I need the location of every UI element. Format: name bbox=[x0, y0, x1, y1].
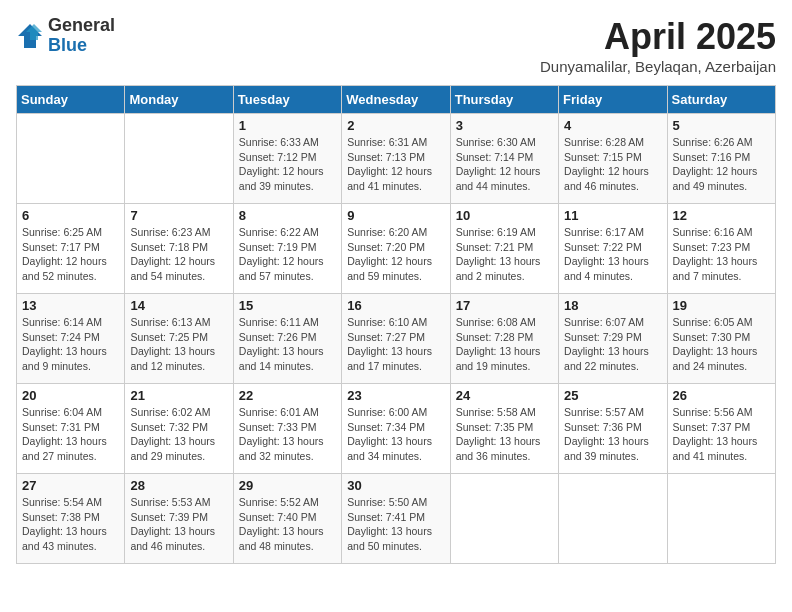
day-info: Sunrise: 6:07 AM Sunset: 7:29 PM Dayligh… bbox=[564, 315, 661, 374]
calendar-cell: 25Sunrise: 5:57 AM Sunset: 7:36 PM Dayli… bbox=[559, 384, 667, 474]
calendar-cell: 28Sunrise: 5:53 AM Sunset: 7:39 PM Dayli… bbox=[125, 474, 233, 564]
calendar-cell: 12Sunrise: 6:16 AM Sunset: 7:23 PM Dayli… bbox=[667, 204, 775, 294]
header-monday: Monday bbox=[125, 86, 233, 114]
week-row-1: 1Sunrise: 6:33 AM Sunset: 7:12 PM Daylig… bbox=[17, 114, 776, 204]
day-info: Sunrise: 6:02 AM Sunset: 7:32 PM Dayligh… bbox=[130, 405, 227, 464]
day-number: 29 bbox=[239, 478, 336, 493]
day-number: 11 bbox=[564, 208, 661, 223]
day-number: 10 bbox=[456, 208, 553, 223]
logo-general: General bbox=[48, 16, 115, 36]
calendar-header-row: SundayMondayTuesdayWednesdayThursdayFrid… bbox=[17, 86, 776, 114]
day-info: Sunrise: 6:23 AM Sunset: 7:18 PM Dayligh… bbox=[130, 225, 227, 284]
header-wednesday: Wednesday bbox=[342, 86, 450, 114]
day-number: 18 bbox=[564, 298, 661, 313]
week-row-3: 13Sunrise: 6:14 AM Sunset: 7:24 PM Dayli… bbox=[17, 294, 776, 384]
day-info: Sunrise: 6:31 AM Sunset: 7:13 PM Dayligh… bbox=[347, 135, 444, 194]
day-info: Sunrise: 6:26 AM Sunset: 7:16 PM Dayligh… bbox=[673, 135, 770, 194]
day-info: Sunrise: 5:56 AM Sunset: 7:37 PM Dayligh… bbox=[673, 405, 770, 464]
day-number: 25 bbox=[564, 388, 661, 403]
calendar-cell: 4Sunrise: 6:28 AM Sunset: 7:15 PM Daylig… bbox=[559, 114, 667, 204]
page-header: General Blue April 2025 Dunyamalilar, Be… bbox=[16, 16, 776, 75]
location-subtitle: Dunyamalilar, Beylaqan, Azerbaijan bbox=[540, 58, 776, 75]
day-info: Sunrise: 6:30 AM Sunset: 7:14 PM Dayligh… bbox=[456, 135, 553, 194]
calendar-cell bbox=[667, 474, 775, 564]
day-number: 30 bbox=[347, 478, 444, 493]
day-number: 22 bbox=[239, 388, 336, 403]
day-info: Sunrise: 6:13 AM Sunset: 7:25 PM Dayligh… bbox=[130, 315, 227, 374]
header-sunday: Sunday bbox=[17, 86, 125, 114]
calendar-cell: 5Sunrise: 6:26 AM Sunset: 7:16 PM Daylig… bbox=[667, 114, 775, 204]
day-info: Sunrise: 6:22 AM Sunset: 7:19 PM Dayligh… bbox=[239, 225, 336, 284]
header-thursday: Thursday bbox=[450, 86, 558, 114]
day-info: Sunrise: 6:10 AM Sunset: 7:27 PM Dayligh… bbox=[347, 315, 444, 374]
calendar-table: SundayMondayTuesdayWednesdayThursdayFrid… bbox=[16, 85, 776, 564]
day-info: Sunrise: 6:25 AM Sunset: 7:17 PM Dayligh… bbox=[22, 225, 119, 284]
calendar-cell: 30Sunrise: 5:50 AM Sunset: 7:41 PM Dayli… bbox=[342, 474, 450, 564]
day-number: 3 bbox=[456, 118, 553, 133]
logo-icon bbox=[16, 22, 44, 50]
logo: General Blue bbox=[16, 16, 115, 56]
day-info: Sunrise: 6:04 AM Sunset: 7:31 PM Dayligh… bbox=[22, 405, 119, 464]
calendar-cell: 26Sunrise: 5:56 AM Sunset: 7:37 PM Dayli… bbox=[667, 384, 775, 474]
day-number: 2 bbox=[347, 118, 444, 133]
calendar-cell: 22Sunrise: 6:01 AM Sunset: 7:33 PM Dayli… bbox=[233, 384, 341, 474]
calendar-cell: 24Sunrise: 5:58 AM Sunset: 7:35 PM Dayli… bbox=[450, 384, 558, 474]
day-number: 13 bbox=[22, 298, 119, 313]
day-info: Sunrise: 6:05 AM Sunset: 7:30 PM Dayligh… bbox=[673, 315, 770, 374]
calendar-cell: 14Sunrise: 6:13 AM Sunset: 7:25 PM Dayli… bbox=[125, 294, 233, 384]
day-info: Sunrise: 5:58 AM Sunset: 7:35 PM Dayligh… bbox=[456, 405, 553, 464]
calendar-cell bbox=[17, 114, 125, 204]
title-block: April 2025 Dunyamalilar, Beylaqan, Azerb… bbox=[540, 16, 776, 75]
calendar-cell: 15Sunrise: 6:11 AM Sunset: 7:26 PM Dayli… bbox=[233, 294, 341, 384]
day-number: 19 bbox=[673, 298, 770, 313]
calendar-cell: 18Sunrise: 6:07 AM Sunset: 7:29 PM Dayli… bbox=[559, 294, 667, 384]
day-number: 27 bbox=[22, 478, 119, 493]
day-number: 12 bbox=[673, 208, 770, 223]
week-row-2: 6Sunrise: 6:25 AM Sunset: 7:17 PM Daylig… bbox=[17, 204, 776, 294]
calendar-cell: 3Sunrise: 6:30 AM Sunset: 7:14 PM Daylig… bbox=[450, 114, 558, 204]
day-number: 6 bbox=[22, 208, 119, 223]
calendar-cell: 10Sunrise: 6:19 AM Sunset: 7:21 PM Dayli… bbox=[450, 204, 558, 294]
day-info: Sunrise: 6:08 AM Sunset: 7:28 PM Dayligh… bbox=[456, 315, 553, 374]
day-number: 15 bbox=[239, 298, 336, 313]
logo-text: General Blue bbox=[48, 16, 115, 56]
calendar-cell: 7Sunrise: 6:23 AM Sunset: 7:18 PM Daylig… bbox=[125, 204, 233, 294]
day-number: 26 bbox=[673, 388, 770, 403]
calendar-cell: 23Sunrise: 6:00 AM Sunset: 7:34 PM Dayli… bbox=[342, 384, 450, 474]
logo-blue: Blue bbox=[48, 36, 115, 56]
calendar-cell: 1Sunrise: 6:33 AM Sunset: 7:12 PM Daylig… bbox=[233, 114, 341, 204]
header-tuesday: Tuesday bbox=[233, 86, 341, 114]
month-title: April 2025 bbox=[540, 16, 776, 58]
day-info: Sunrise: 6:17 AM Sunset: 7:22 PM Dayligh… bbox=[564, 225, 661, 284]
day-info: Sunrise: 6:20 AM Sunset: 7:20 PM Dayligh… bbox=[347, 225, 444, 284]
day-number: 1 bbox=[239, 118, 336, 133]
day-info: Sunrise: 6:01 AM Sunset: 7:33 PM Dayligh… bbox=[239, 405, 336, 464]
day-info: Sunrise: 6:16 AM Sunset: 7:23 PM Dayligh… bbox=[673, 225, 770, 284]
calendar-cell: 16Sunrise: 6:10 AM Sunset: 7:27 PM Dayli… bbox=[342, 294, 450, 384]
calendar-cell: 20Sunrise: 6:04 AM Sunset: 7:31 PM Dayli… bbox=[17, 384, 125, 474]
week-row-5: 27Sunrise: 5:54 AM Sunset: 7:38 PM Dayli… bbox=[17, 474, 776, 564]
day-number: 23 bbox=[347, 388, 444, 403]
header-saturday: Saturday bbox=[667, 86, 775, 114]
calendar-cell: 29Sunrise: 5:52 AM Sunset: 7:40 PM Dayli… bbox=[233, 474, 341, 564]
calendar-cell bbox=[450, 474, 558, 564]
calendar-cell: 21Sunrise: 6:02 AM Sunset: 7:32 PM Dayli… bbox=[125, 384, 233, 474]
day-number: 5 bbox=[673, 118, 770, 133]
day-number: 9 bbox=[347, 208, 444, 223]
calendar-cell: 9Sunrise: 6:20 AM Sunset: 7:20 PM Daylig… bbox=[342, 204, 450, 294]
calendar-cell: 17Sunrise: 6:08 AM Sunset: 7:28 PM Dayli… bbox=[450, 294, 558, 384]
day-number: 14 bbox=[130, 298, 227, 313]
week-row-4: 20Sunrise: 6:04 AM Sunset: 7:31 PM Dayli… bbox=[17, 384, 776, 474]
day-number: 4 bbox=[564, 118, 661, 133]
day-info: Sunrise: 5:54 AM Sunset: 7:38 PM Dayligh… bbox=[22, 495, 119, 554]
day-info: Sunrise: 6:11 AM Sunset: 7:26 PM Dayligh… bbox=[239, 315, 336, 374]
calendar-cell: 6Sunrise: 6:25 AM Sunset: 7:17 PM Daylig… bbox=[17, 204, 125, 294]
day-info: Sunrise: 6:19 AM Sunset: 7:21 PM Dayligh… bbox=[456, 225, 553, 284]
day-number: 21 bbox=[130, 388, 227, 403]
day-info: Sunrise: 6:14 AM Sunset: 7:24 PM Dayligh… bbox=[22, 315, 119, 374]
calendar-cell bbox=[125, 114, 233, 204]
day-number: 17 bbox=[456, 298, 553, 313]
day-info: Sunrise: 6:28 AM Sunset: 7:15 PM Dayligh… bbox=[564, 135, 661, 194]
calendar-cell: 19Sunrise: 6:05 AM Sunset: 7:30 PM Dayli… bbox=[667, 294, 775, 384]
day-info: Sunrise: 5:53 AM Sunset: 7:39 PM Dayligh… bbox=[130, 495, 227, 554]
